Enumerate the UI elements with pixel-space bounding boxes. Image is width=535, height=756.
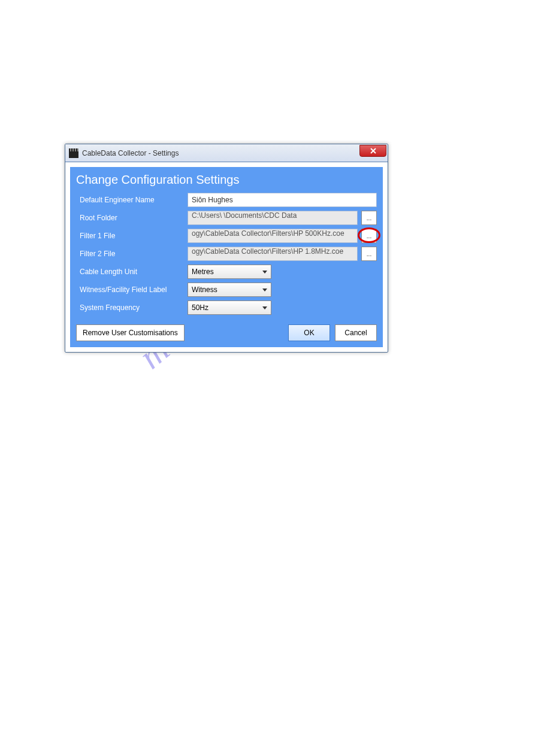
row-filter-1: Filter 1 File ogy\CableData Collector\Fi…: [76, 229, 377, 243]
unit-value: Metres: [192, 268, 214, 276]
title-bar: CableData Collector - Settings: [65, 144, 388, 162]
label-unit: Cable Length Unit: [76, 268, 184, 276]
remove-customisations-button[interactable]: Remove User Customisations: [76, 324, 185, 341]
frequency-value: 50Hz: [192, 303, 208, 312]
filter2-input[interactable]: ogy\CableData Collector\Filters\HP 1.8MH…: [188, 247, 358, 261]
window-title: CableData Collector - Settings: [82, 149, 359, 157]
row-unit: Cable Length Unit Metres: [76, 265, 377, 279]
row-witness: Witness/Facility Field Label Witness: [76, 283, 377, 297]
chevron-down-icon: [262, 289, 267, 292]
filter1-input[interactable]: ogy\CableData Collector\Filters\HP 500KH…: [188, 229, 358, 243]
unit-select[interactable]: Metres: [188, 265, 271, 279]
label-root: Root Folder: [76, 214, 184, 222]
dialog-body: Change Configuration Settings Default En…: [68, 165, 385, 350]
cancel-button[interactable]: Cancel: [335, 324, 377, 341]
filter1-browse-button[interactable]: ...: [361, 229, 377, 243]
label-witness: Witness/Facility Field Label: [76, 286, 184, 294]
label-frequency: System Frequency: [76, 303, 184, 312]
heading: Change Configuration Settings: [76, 173, 377, 187]
dialog-footer: Remove User Customisations OK Cancel: [76, 324, 377, 341]
root-folder-input[interactable]: C:\Users\ \Documents\CDC Data: [188, 211, 358, 225]
close-icon: [370, 148, 376, 154]
app-icon: [69, 148, 78, 158]
engineer-input[interactable]: [188, 193, 377, 207]
row-root-folder: Root Folder C:\Users\ \Documents\CDC Dat…: [76, 211, 377, 225]
chevron-down-icon: [262, 306, 267, 309]
settings-dialog: CableData Collector - Settings Change Co…: [65, 144, 388, 353]
row-frequency: System Frequency 50Hz: [76, 300, 377, 315]
chevron-down-icon: [262, 271, 267, 274]
witness-select[interactable]: Witness: [188, 283, 271, 297]
row-engineer: Default Engineer Name: [76, 193, 377, 207]
close-button[interactable]: [359, 145, 386, 157]
root-browse-button[interactable]: ...: [361, 211, 377, 225]
ok-button[interactable]: OK: [288, 324, 330, 341]
filter2-browse-button[interactable]: ...: [361, 247, 377, 261]
row-filter-2: Filter 2 File ogy\CableData Collector\Fi…: [76, 247, 377, 261]
frequency-select[interactable]: 50Hz: [188, 300, 271, 315]
witness-value: Witness: [192, 286, 217, 294]
label-filter2: Filter 2 File: [76, 250, 184, 258]
label-engineer: Default Engineer Name: [76, 196, 184, 204]
label-filter1: Filter 1 File: [76, 232, 184, 240]
spacer: [189, 324, 283, 341]
